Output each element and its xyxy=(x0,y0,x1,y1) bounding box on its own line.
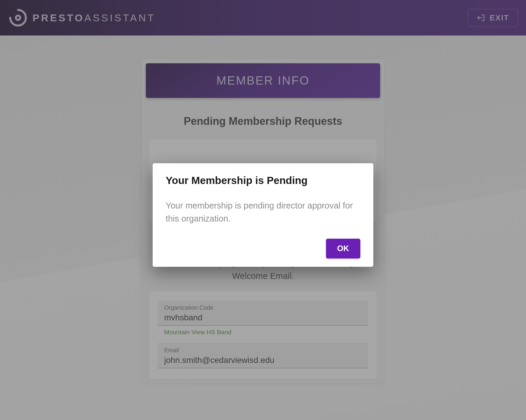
modal-body: Your membership is pending director appr… xyxy=(166,199,360,225)
pending-membership-modal: Your Membership is Pending Your membersh… xyxy=(153,163,373,267)
modal-title: Your Membership is Pending xyxy=(166,175,360,186)
ok-button[interactable]: OK xyxy=(326,239,361,259)
